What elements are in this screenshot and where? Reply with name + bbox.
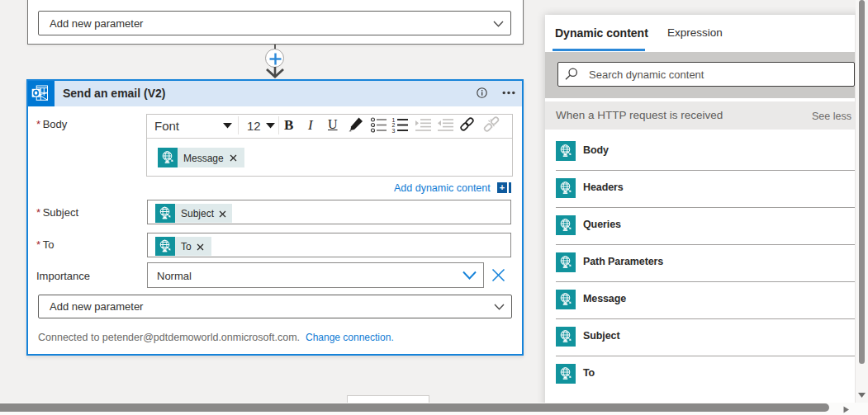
svg-text:3: 3 <box>392 128 396 134</box>
